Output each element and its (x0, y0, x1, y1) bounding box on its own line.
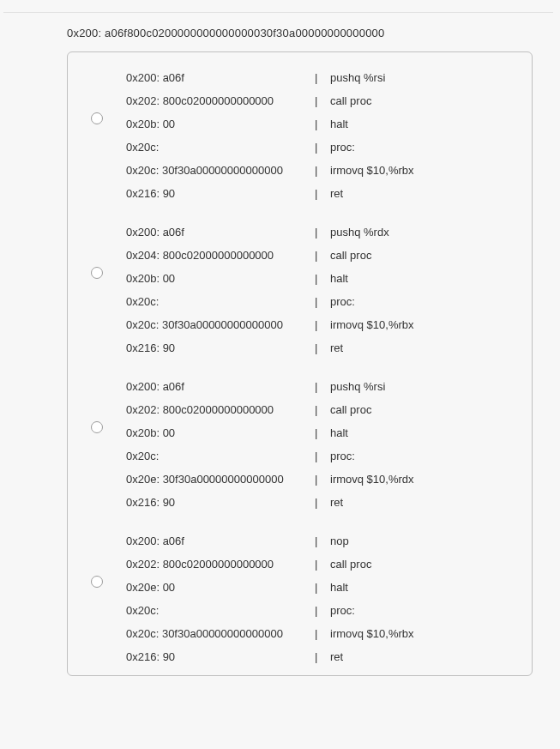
pipe: | (315, 650, 330, 663)
radio-2[interactable] (91, 267, 103, 279)
hex-cell: 0x202: 800c02000000000000 (126, 403, 315, 426)
hex-cell: 0x20c: (126, 141, 315, 164)
hex-cell: 0x20c: (126, 295, 315, 318)
hex-cell: 0x20c: 30f30a00000000000000 (126, 164, 315, 187)
hex-cell: 0x200: a06f (126, 226, 315, 249)
instr-cell: pushq %rsi (330, 380, 523, 403)
divider (3, 12, 553, 13)
pipe: | (315, 118, 330, 141)
page-title: 0x200: a06f800c0200000000000000030f30a00… (3, 23, 553, 51)
hex-cell: 0x216: 90 (126, 496, 315, 509)
radio-wrap (68, 380, 126, 474)
hex-cell: 0x204: 800c02000000000000 (126, 249, 315, 272)
hex-cell: 0x216: 90 (126, 341, 315, 354)
hex-cell: 0x20c: 30f30a00000000000000 (126, 318, 315, 341)
pipe: | (315, 496, 330, 509)
instr-cell: ret (330, 496, 523, 509)
code-block-3: 0x200: a06f | pushq %rsi 0x202: 800c0200… (126, 380, 523, 509)
hex-cell: 0x200: a06f (126, 71, 315, 94)
hex-cell: 0x202: 800c02000000000000 (126, 558, 315, 581)
pipe: | (315, 535, 330, 558)
pipe: | (315, 318, 330, 341)
hex-cell: 0x216: 90 (126, 650, 315, 663)
instr-cell: irmovq $10,%rbx (330, 164, 523, 187)
instr-cell: irmovq $10,%rbx (330, 318, 523, 341)
hex-cell: 0x20c: (126, 604, 315, 627)
code-block-4: 0x200: a06f | nop 0x202: 800c02000000000… (126, 535, 523, 663)
hex-cell: 0x20b: 00 (126, 272, 315, 295)
pipe: | (315, 473, 330, 496)
instr-cell: ret (330, 650, 523, 663)
option-2: 0x200: a06f | pushq %rdx 0x204: 800c0200… (68, 226, 523, 354)
pipe: | (315, 604, 330, 627)
instr-cell: halt (330, 272, 523, 295)
instr-cell: irmovq $10,%rdx (330, 473, 523, 496)
hex-cell: 0x20b: 00 (126, 118, 315, 141)
radio-4[interactable] (91, 576, 103, 588)
pipe: | (315, 403, 330, 426)
instr-cell: ret (330, 187, 523, 200)
instr-cell: irmovq $10,%rbx (330, 627, 523, 650)
pipe: | (315, 558, 330, 581)
instr-cell: call proc (330, 558, 523, 581)
pipe: | (315, 249, 330, 272)
pipe: | (315, 581, 330, 604)
instr-cell: halt (330, 581, 523, 604)
radio-1[interactable] (91, 112, 103, 124)
option-1: 0x200: a06f | pushq %rsi 0x202: 800c0200… (68, 71, 523, 200)
pipe: | (315, 141, 330, 164)
pipe: | (315, 380, 330, 403)
hex-cell: 0x20e: 00 (126, 581, 315, 604)
pipe: | (315, 272, 330, 295)
pipe: | (315, 426, 330, 450)
instr-cell: proc: (330, 295, 523, 318)
hex-cell: 0x20b: 00 (126, 426, 315, 450)
instr-cell: proc: (330, 141, 523, 164)
pipe: | (315, 341, 330, 354)
pipe: | (315, 627, 330, 650)
pipe: | (315, 164, 330, 187)
instr-cell: ret (330, 341, 523, 354)
code-block-1: 0x200: a06f | pushq %rsi 0x202: 800c0200… (126, 71, 523, 200)
hex-cell: 0x200: a06f (126, 380, 315, 403)
hex-cell: 0x200: a06f (126, 535, 315, 558)
instr-cell: nop (330, 535, 523, 558)
instr-cell: call proc (330, 403, 523, 426)
pipe: | (315, 226, 330, 249)
options-box: 0x200: a06f | pushq %rsi 0x202: 800c0200… (67, 51, 533, 676)
radio-wrap (68, 535, 126, 629)
instr-cell: pushq %rsi (330, 71, 523, 94)
instr-cell: halt (330, 118, 523, 141)
pipe: | (315, 187, 330, 200)
instr-cell: proc: (330, 604, 523, 627)
question-page: 0x200: a06f800c0200000000000000030f30a00… (0, 0, 560, 683)
radio-wrap (68, 71, 126, 166)
radio-wrap (68, 226, 126, 320)
pipe: | (315, 94, 330, 118)
hex-cell: 0x20c: 30f30a00000000000000 (126, 627, 315, 650)
code-block-2: 0x200: a06f | pushq %rdx 0x204: 800c0200… (126, 226, 523, 354)
pipe: | (315, 295, 330, 318)
hex-cell: 0x20c: (126, 450, 315, 473)
instr-cell: halt (330, 426, 523, 450)
option-3: 0x200: a06f | pushq %rsi 0x202: 800c0200… (68, 380, 523, 509)
hex-cell: 0x216: 90 (126, 187, 315, 200)
hex-cell: 0x202: 800c02000000000000 (126, 94, 315, 118)
instr-cell: call proc (330, 94, 523, 118)
hex-cell: 0x20e: 30f30a00000000000000 (126, 473, 315, 496)
instr-cell: proc: (330, 450, 523, 473)
pipe: | (315, 450, 330, 473)
instr-cell: pushq %rdx (330, 226, 523, 249)
option-4: 0x200: a06f | nop 0x202: 800c02000000000… (68, 535, 523, 663)
pipe: | (315, 71, 330, 94)
instr-cell: call proc (330, 249, 523, 272)
radio-3[interactable] (91, 421, 103, 433)
